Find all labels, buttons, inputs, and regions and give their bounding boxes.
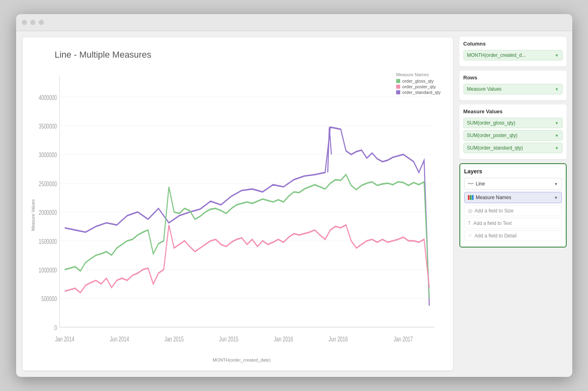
- text-icon: T: [468, 220, 471, 226]
- color-field-row[interactable]: Measure Names ▼: [464, 192, 562, 203]
- svg-text:500000: 500000: [41, 295, 57, 302]
- svg-text:Jun 2014: Jun 2014: [110, 335, 129, 343]
- color-field-text: Measure Names: [476, 195, 511, 200]
- chart-svg: Measure Names order_gloss_qty order_post…: [39, 68, 445, 356]
- y-axis-label: Measure Values: [31, 68, 39, 362]
- columns-pill[interactable]: MONTH(order_created_d... ▼: [463, 50, 563, 60]
- size-icon: ◎: [468, 208, 472, 214]
- layer-type-label: 〰 Line: [468, 181, 485, 187]
- measure-standard-caret: ▼: [555, 146, 559, 150]
- add-size-row[interactable]: ◎ Add a field to Size: [464, 205, 562, 216]
- columns-section: Columns MONTH(order_created_d... ▼: [459, 37, 567, 67]
- svg-text:2500000: 2500000: [39, 180, 57, 187]
- svg-text:Jun 2016: Jun 2016: [328, 335, 348, 343]
- layer-type-caret: ▼: [554, 182, 558, 186]
- legend-label-gloss: order_gloss_qty: [402, 79, 434, 83]
- add-detail-label: Add a field to Detail: [475, 233, 517, 239]
- chart-svg-element: 0 500000 1000000 1500000 2000000 2500000…: [39, 68, 445, 356]
- columns-pill-label: MONTH(order_created_d...: [467, 52, 526, 58]
- legend-item-poster: order_poster_qty: [396, 84, 440, 89]
- rows-title: Rows: [463, 75, 563, 81]
- measure-poster-pill[interactable]: SUM(order_poster_qty) ▼: [463, 130, 563, 141]
- minimize-button[interactable]: [30, 20, 35, 25]
- columns-caret-icon: ▼: [555, 53, 559, 58]
- chart-title: Line - Multiple Measures: [31, 50, 445, 60]
- layers-section: → Layers 〰 Line ▼: [459, 163, 567, 247]
- svg-text:Jan 2017: Jan 2017: [393, 335, 413, 343]
- svg-text:Jan 2016: Jan 2016: [274, 335, 293, 343]
- legend-color-standard: [396, 90, 400, 94]
- layer-type-row[interactable]: 〰 Line ▼: [464, 178, 562, 190]
- svg-text:Jun 2015: Jun 2015: [219, 335, 238, 343]
- measure-values-section: Measure Values SUM(order_gloss_qty) ▼ SU…: [459, 104, 567, 159]
- chart-body: Measure Values Measure Names order_gloss…: [31, 68, 445, 362]
- color-field-label: Measure Names: [468, 195, 511, 200]
- rows-section: Rows Measure Values ▼: [459, 71, 567, 100]
- color-field-caret: ▼: [554, 196, 558, 200]
- titlebar: [16, 14, 572, 31]
- legend-label-standard: order_standard_qty: [402, 90, 440, 95]
- layers-title: Layers: [464, 168, 562, 175]
- chart-area: Line - Multiple Measures Measure Values …: [23, 37, 453, 370]
- legend-item-gloss: order_gloss_qty: [396, 79, 440, 83]
- main-content: Line - Multiple Measures Measure Values …: [16, 31, 572, 377]
- measure-poster-caret: ▼: [555, 133, 559, 138]
- rows-caret-icon: ▼: [555, 87, 559, 92]
- legend-color-gloss: [396, 79, 400, 83]
- measure-gloss-label: SUM(order_gloss_qty): [467, 120, 515, 126]
- measure-poster-label: SUM(order_poster_qty): [467, 133, 517, 138]
- rows-pill[interactable]: Measure Values ▼: [463, 84, 563, 94]
- legend-label-poster: order_poster_qty: [402, 84, 436, 89]
- measure-values-title: Measure Values: [463, 108, 563, 114]
- columns-title: Columns: [463, 41, 563, 47]
- line-chart-icon: 〰: [468, 181, 474, 187]
- color-icon: [468, 195, 474, 200]
- chart-inner: Measure Names order_gloss_qty order_post…: [39, 68, 445, 362]
- maximize-button[interactable]: [39, 20, 44, 25]
- add-text-label: Add a field to Text: [473, 220, 511, 226]
- legend-title: Measure Names: [396, 72, 440, 77]
- layer-type-text: Line: [476, 181, 485, 187]
- chart-legend: Measure Names order_gloss_qty order_post…: [396, 72, 440, 96]
- measure-standard-pill[interactable]: SUM(order_standard_qty) ▼: [463, 143, 563, 153]
- app-window: Line - Multiple Measures Measure Values …: [16, 14, 572, 377]
- measure-standard-label: SUM(order_standard_qty): [467, 145, 523, 151]
- svg-text:Jan 2015: Jan 2015: [164, 335, 184, 343]
- svg-text:2000000: 2000000: [39, 209, 57, 216]
- add-size-label: Add a field to Size: [475, 208, 514, 214]
- right-panel: Columns MONTH(order_created_d... ▼ Rows …: [459, 31, 572, 377]
- svg-text:Jan 2014: Jan 2014: [55, 335, 74, 343]
- measure-gloss-caret: ▼: [555, 121, 559, 125]
- svg-text:1000000: 1000000: [39, 266, 57, 274]
- add-text-row[interactable]: T Add a field to Text: [464, 218, 562, 229]
- svg-text:3500000: 3500000: [39, 123, 57, 130]
- svg-text:3000000: 3000000: [39, 151, 57, 158]
- legend-item-standard: order_standard_qty: [396, 90, 440, 95]
- svg-text:4000000: 4000000: [39, 94, 57, 101]
- svg-text:0: 0: [54, 324, 57, 331]
- svg-text:1500000: 1500000: [39, 238, 57, 245]
- add-detail-row[interactable]: ⁘ Add a field to Detail: [464, 230, 562, 241]
- close-button[interactable]: [22, 20, 27, 25]
- legend-color-poster: [396, 85, 400, 89]
- measure-gloss-pill[interactable]: SUM(order_gloss_qty) ▼: [463, 118, 563, 128]
- rows-pill-label: Measure Values: [467, 86, 502, 92]
- x-axis-label: MONTH(order_created_date): [39, 358, 445, 362]
- detail-icon: ⁘: [468, 233, 472, 239]
